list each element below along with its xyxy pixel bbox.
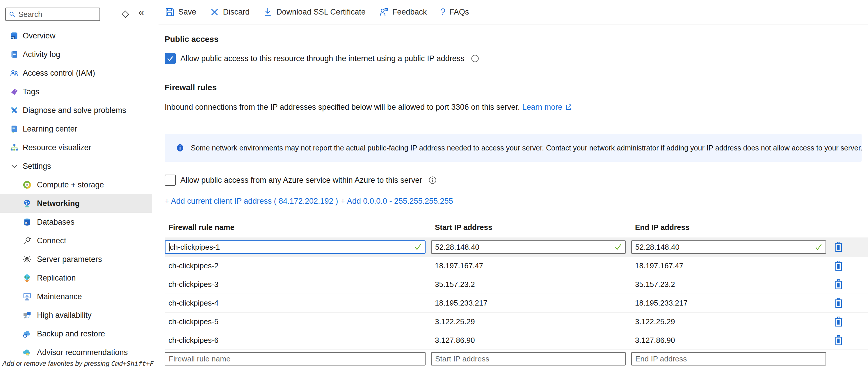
sidebar-item-learning-center[interactable]: 101 Learning center — [0, 120, 152, 138]
discard-button[interactable]: Discard — [210, 7, 250, 17]
sidebar-item-backup-restore[interactable]: Backup and restore — [0, 325, 152, 343]
sidebar-item-connect[interactable]: Connect — [0, 232, 152, 250]
sidebar-item-label: Access control (IAM) — [23, 69, 95, 78]
activity-log-book-icon — [10, 50, 19, 59]
checkmark-icon — [166, 55, 174, 62]
end-ip-input[interactable] — [631, 240, 826, 254]
sidebar-item-server-parameters[interactable]: Server parameters — [0, 250, 152, 269]
networking-globe-icon — [23, 199, 31, 208]
dual-monitor-sync-icon — [23, 311, 31, 319]
start-ip-cell: 18.197.167.47 — [431, 261, 626, 270]
sidebar-item-diagnose[interactable]: Diagnose and solve problems — [0, 101, 152, 120]
sidebar-item-networking[interactable]: Networking — [0, 194, 152, 213]
trash-icon — [834, 242, 843, 253]
sidebar-item-resource-visualizer[interactable]: Resource visualizer — [0, 138, 152, 157]
new-start-ip-input[interactable] — [431, 352, 626, 366]
monitor-download-icon — [23, 292, 31, 301]
sidebar-search-row: « — [0, 0, 158, 27]
rule-name-cell: ch-clickpipes-5 — [165, 317, 426, 326]
valid-check-icon — [614, 243, 622, 251]
sidebar-item-databases[interactable]: DB Databases — [0, 213, 152, 232]
new-end-ip-input[interactable] — [631, 352, 826, 366]
sidebar-item-activity-log[interactable]: Activity log — [0, 45, 152, 64]
end-ip-cell: 3.127.86.90 — [631, 336, 826, 345]
diamond-icon[interactable] — [122, 10, 129, 18]
start-ip-cell: 18.195.233.217 — [431, 299, 626, 308]
table-row: ch-clickpipes-2 18.197.167.47 18.197.167… — [165, 257, 868, 275]
info-icon[interactable] — [429, 176, 437, 184]
svg-text:101: 101 — [12, 127, 15, 129]
sidebar-item-overview[interactable]: My Overview — [0, 27, 152, 45]
learn-more-link[interactable]: Learn more — [522, 103, 562, 112]
resource-tree-icon — [10, 143, 19, 152]
sidebar-item-label: Diagnose and solve problems — [23, 106, 126, 115]
trash-icon — [834, 279, 843, 290]
advisor-cloud-badge-icon — [23, 348, 31, 357]
azure-services-checkbox-row: Allow public access from any Azure servi… — [165, 175, 868, 186]
search-input[interactable] — [18, 10, 97, 19]
download-ssl-certificate-button[interactable]: Download SSL Certificate — [263, 7, 366, 17]
sidebar-item-replication[interactable]: Replication — [0, 269, 152, 287]
trash-icon — [834, 298, 843, 309]
start-ip-cell: 3.122.25.29 — [431, 317, 626, 326]
faqs-button[interactable]: ? FAQs — [440, 6, 469, 18]
column-header-end-ip: End IP address — [631, 223, 826, 232]
public-access-title: Public access — [165, 34, 868, 44]
delete-rule-button[interactable] — [833, 259, 844, 273]
add-all-range-link[interactable]: + Add 0.0.0.0 - 255.255.255.255 — [341, 197, 453, 206]
rule-name-cell: ch-clickpipes-6 — [165, 336, 426, 345]
networking-content: Public access Allow public access to thi… — [158, 34, 868, 366]
globe-stand-icon — [23, 274, 31, 282]
trash-icon — [834, 260, 843, 272]
sidebar-item-compute-storage[interactable]: $ Compute + storage — [0, 176, 152, 194]
info-icon[interactable] — [471, 54, 479, 63]
sidebar-item-tags[interactable]: Tags — [0, 82, 152, 101]
sidebar-nav: My Overview Activity log Access control … — [0, 27, 152, 362]
azure-services-checkbox[interactable] — [165, 175, 176, 186]
add-client-ip-link[interactable]: + Add current client IP address ( 84.172… — [165, 197, 338, 206]
feedback-button[interactable]: Feedback — [379, 7, 427, 17]
chevron-down-icon — [10, 162, 19, 171]
delete-rule-button[interactable] — [833, 278, 844, 291]
table-row-new — [165, 350, 868, 366]
add-ip-links: + Add current client IP address ( 84.172… — [165, 197, 868, 207]
info-filled-icon — [176, 144, 184, 152]
delete-rule-button[interactable] — [833, 297, 844, 310]
delete-rule-button[interactable] — [833, 315, 844, 329]
sidebar-item-label: Activity log — [23, 50, 60, 59]
sidebar-item-label: Databases — [37, 218, 74, 227]
sidebar-search[interactable] — [5, 7, 100, 21]
info-banner-text: Some network environments may not report… — [191, 144, 862, 152]
cloud-restore-icon — [23, 330, 31, 338]
sidebar-item-label: Resource visualizer — [23, 143, 91, 152]
save-button[interactable]: Save — [165, 7, 196, 17]
sidebar-item-maintenance[interactable]: Maintenance — [0, 287, 152, 306]
table-row: ch-clickpipes-4 18.195.233.217 18.195.23… — [165, 294, 868, 312]
column-header-rule-name: Firewall rule name — [165, 223, 426, 232]
tools-icon — [10, 106, 19, 115]
public-access-checkbox[interactable] — [165, 53, 176, 64]
sidebar-item-high-availability[interactable]: High availability — [0, 306, 152, 325]
sidebar-item-advisor[interactable]: Advisor recommendations — [0, 343, 152, 362]
question-mark-icon: ? — [440, 6, 445, 18]
rule-name-cell: ch-clickpipes-4 — [165, 299, 426, 308]
save-floppy-icon — [165, 7, 175, 17]
db-cylinder-icon: DB — [23, 218, 31, 226]
delete-rule-button[interactable] — [833, 240, 844, 254]
sidebar-item-label: Maintenance — [37, 292, 82, 301]
start-ip-input[interactable] — [431, 240, 626, 254]
collapse-double-chevron-icon[interactable]: « — [138, 6, 144, 19]
end-ip-cell: 35.157.23.2 — [631, 280, 826, 289]
command-bar: Save Discard Download SSL Certificate Fe… — [158, 0, 868, 25]
learning-book-icon: 101 — [10, 125, 19, 133]
sidebar-item-access-control[interactable]: Access control (IAM) — [0, 64, 152, 82]
svg-text:My: My — [11, 36, 14, 39]
azure-services-checkbox-label: Allow public access from any Azure servi… — [180, 176, 422, 185]
new-rule-name-input[interactable] — [165, 352, 426, 366]
discard-x-icon — [210, 7, 219, 17]
rule-name-input[interactable]: ch-clickpipes-1 — [165, 240, 426, 254]
sidebar-item-label: Connect — [37, 236, 66, 245]
sidebar-item-settings[interactable]: Settings — [0, 157, 152, 176]
search-icon — [9, 10, 16, 18]
delete-rule-button[interactable] — [833, 334, 844, 347]
